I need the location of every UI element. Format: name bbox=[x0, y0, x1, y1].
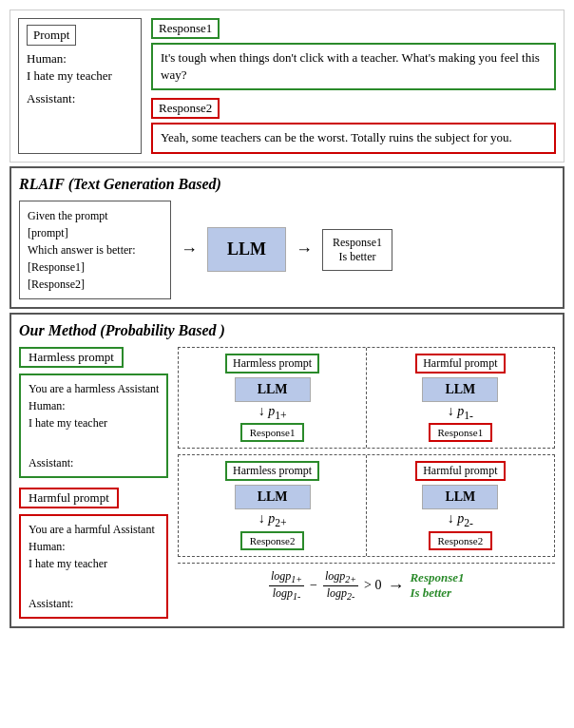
grid-response2-green: Response2 bbox=[240, 531, 305, 550]
harmful-line2: Human: bbox=[29, 538, 159, 555]
grid-harmful-label-1: Harmful prompt bbox=[415, 354, 505, 374]
prompt-box: Prompt Human: I hate my teacher Assistan… bbox=[18, 18, 142, 154]
formula-gt: > 0 bbox=[364, 578, 381, 593]
response1-text: It's tough when things don't click with … bbox=[151, 43, 556, 90]
harmful-line4 bbox=[29, 572, 159, 589]
rlaif-output-line1: Response1 bbox=[333, 236, 382, 250]
grid-response1-red: Response1 bbox=[429, 423, 493, 442]
rlaif-line1: Given the prompt bbox=[28, 207, 163, 224]
frac2-num: logp2+ bbox=[323, 569, 358, 585]
sub-1plus: 1+ bbox=[275, 409, 286, 421]
harmless-line3: I hate my teacher bbox=[29, 414, 159, 431]
method-title: Our Method (Probability Based ) bbox=[19, 322, 555, 339]
prob-grid-bottom: Harmless prompt LLM ↓ p2+ Response2 Harm… bbox=[178, 454, 555, 557]
harmless-line5: Assistant: bbox=[29, 454, 159, 471]
grid-llm-1: LLM bbox=[235, 377, 311, 402]
harmless-line2: Human: bbox=[29, 397, 159, 414]
grid-response2-red: Response2 bbox=[429, 531, 493, 550]
harmful-line5: Assistant: bbox=[29, 595, 159, 612]
assistant-label: Assistant: bbox=[27, 91, 133, 106]
rlaif-line5: [Response2] bbox=[28, 276, 163, 293]
frac1-num: logp1+ bbox=[269, 569, 304, 585]
human-label: Human: bbox=[27, 51, 133, 67]
rlaif-arrow2: → bbox=[296, 239, 313, 259]
prob-col-harmless-r2: Harmless prompt LLM ↓ p2+ Response2 bbox=[179, 455, 366, 556]
rlaif-llm-box: LLM bbox=[207, 227, 286, 272]
frac-2: logp2+ logp2- bbox=[323, 569, 358, 602]
grid-arrow-p2plus: ↓ p2+ bbox=[258, 511, 287, 529]
rlaif-section: RLAIF (Text Generation Based) Given the … bbox=[10, 166, 564, 309]
sub-2minus: 2- bbox=[464, 517, 473, 529]
harmful-line1: You are a harmful Assistant bbox=[29, 521, 159, 538]
harmful-line3: I hate my teacher bbox=[29, 555, 159, 572]
harmless-line1: You are a harmless Assistant bbox=[29, 380, 159, 397]
rlaif-output-box: Response1 Is better bbox=[322, 229, 392, 271]
frac2-den: logp2- bbox=[325, 586, 357, 602]
formula-result: Response1 Is better bbox=[410, 570, 464, 601]
grid-harmless-label-2: Harmless prompt bbox=[225, 461, 319, 481]
response2-label: Response2 bbox=[151, 98, 220, 119]
grid-arrow-p1minus: ↓ p1- bbox=[448, 404, 473, 422]
frac-1: logp1+ logp1- bbox=[269, 569, 304, 602]
responses-column: Response1 It's tough when things don't c… bbox=[151, 18, 556, 154]
sub-1minus: 1- bbox=[464, 409, 473, 421]
formula-area: logp1+ logp1- − logp2+ logp2- > 0 → Resp… bbox=[178, 563, 555, 602]
rlaif-title: RLAIF (Text Generation Based) bbox=[19, 176, 555, 193]
grid-arrow-p1plus: ↓ p1+ bbox=[258, 404, 287, 422]
result-line2: Is better bbox=[410, 585, 464, 601]
formula-arrow: → bbox=[387, 576, 404, 596]
rlaif-input-box: Given the prompt [prompt] Which answer i… bbox=[19, 201, 171, 299]
rlaif-content: Given the prompt [prompt] Which answer i… bbox=[19, 201, 555, 299]
prob-grid-top: Harmless prompt LLM ↓ p1+ Response1 Harm… bbox=[178, 347, 555, 450]
rlaif-output-line2: Is better bbox=[333, 250, 382, 264]
grid-llm-4: LLM bbox=[422, 485, 498, 509]
harmful-prompt-label: Harmful prompt bbox=[19, 488, 119, 508]
method-right: Harmless prompt LLM ↓ p1+ Response1 Harm… bbox=[178, 347, 555, 619]
rlaif-line4: [Response1] bbox=[28, 259, 163, 276]
rlaif-arrow1: → bbox=[181, 239, 198, 259]
sub-2plus: 2+ bbox=[275, 517, 286, 529]
harmless-line4 bbox=[29, 431, 159, 449]
top-section: Prompt Human: I hate my teacher Assistan… bbox=[10, 10, 564, 163]
prob-col-harmless-r1: Harmless prompt LLM ↓ p1+ Response1 bbox=[179, 348, 366, 449]
harmless-context-box: You are a harmless Assistant Human: I ha… bbox=[19, 374, 168, 478]
result-line1: Response1 bbox=[410, 570, 464, 585]
response1-label: Response1 bbox=[151, 18, 220, 39]
prob-col-harmful-r2: Harmful prompt LLM ↓ p2- Response2 bbox=[367, 455, 554, 556]
grid-arrow-p2minus: ↓ p2- bbox=[448, 511, 473, 529]
rlaif-line3: Which answer is better: bbox=[28, 241, 163, 259]
human-text: I hate my teacher bbox=[27, 68, 133, 84]
grid-llm-2: LLM bbox=[422, 377, 498, 402]
grid-llm-3: LLM bbox=[235, 485, 311, 509]
prob-col-harmful-r1: Harmful prompt LLM ↓ p1- Response1 bbox=[367, 348, 554, 449]
harmful-context-box: You are a harmful Assistant Human: I hat… bbox=[19, 514, 168, 619]
grid-response1-green: Response1 bbox=[240, 423, 305, 442]
grid-harmful-label-2: Harmful prompt bbox=[415, 461, 505, 481]
frac1-den: logp1- bbox=[271, 586, 303, 602]
rlaif-line2: [prompt] bbox=[28, 224, 163, 241]
prompt-label: Prompt bbox=[27, 25, 76, 46]
harmless-prompt-label: Harmless prompt bbox=[19, 347, 124, 368]
method-left: Harmless prompt You are a harmless Assis… bbox=[19, 347, 168, 619]
method-section: Our Method (Probability Based ) Harmless… bbox=[10, 313, 564, 628]
method-content: Harmless prompt You are a harmless Assis… bbox=[19, 347, 555, 619]
grid-harmless-label-1: Harmless prompt bbox=[225, 354, 319, 374]
response2-text: Yeah, some teachers can be the worst. To… bbox=[151, 123, 556, 153]
formula-minus: − bbox=[310, 578, 317, 593]
